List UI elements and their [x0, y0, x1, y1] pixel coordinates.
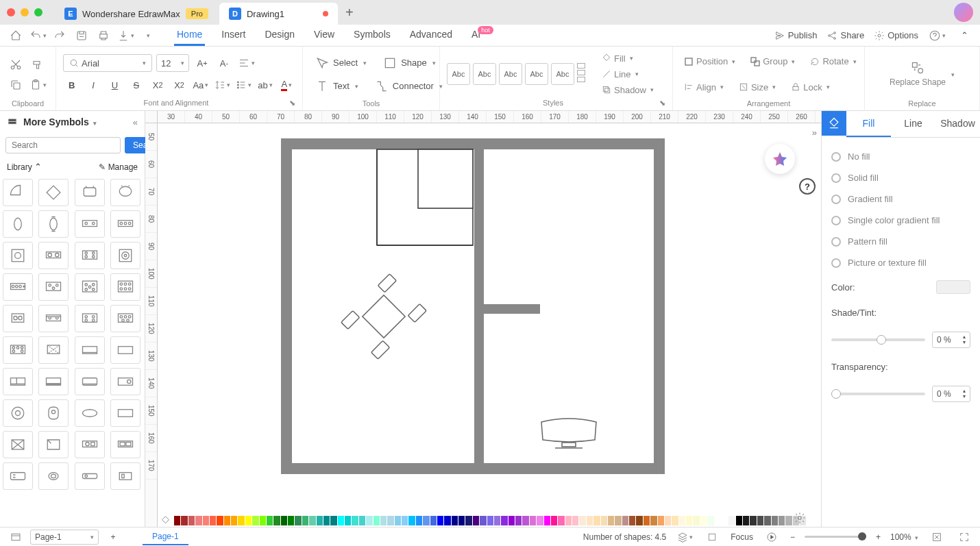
- symbol-item-39[interactable]: [110, 462, 140, 490]
- format-painter-icon[interactable]: [29, 55, 47, 73]
- color-chip[interactable]: [480, 516, 486, 525]
- text-transform-icon[interactable]: ab▾: [256, 76, 273, 94]
- gray-chip[interactable]: [772, 516, 778, 525]
- transparency-value[interactable]: 0 %▴▾: [932, 386, 970, 402]
- color-chip[interactable]: [509, 516, 515, 525]
- style-preset-1[interactable]: Abc: [447, 63, 470, 85]
- layers-icon[interactable]: ▾: [676, 528, 694, 546]
- symbol-item-37[interactable]: [38, 462, 69, 490]
- symbol-item-22[interactable]: [75, 336, 105, 364]
- menu-ai[interactable]: AIhot: [469, 25, 496, 46]
- italic-icon[interactable]: I: [84, 76, 101, 94]
- symbol-item-28[interactable]: [3, 399, 33, 427]
- symbol-item-18[interactable]: [75, 305, 105, 332]
- style-preset-3[interactable]: Abc: [499, 63, 522, 85]
- symbol-item-29[interactable]: [38, 399, 69, 427]
- fill-panel-icon[interactable]: [822, 111, 846, 136]
- color-chip[interactable]: [267, 516, 273, 525]
- color-chip[interactable]: [465, 516, 471, 525]
- symbol-item-4[interactable]: [3, 210, 33, 238]
- strikethrough-icon[interactable]: S: [127, 76, 145, 94]
- symbol-item-32[interactable]: [3, 431, 33, 458]
- color-chip[interactable]: [679, 516, 685, 525]
- shape-tool[interactable]: Shape▾: [378, 53, 441, 73]
- color-chip[interactable]: [608, 516, 614, 525]
- canvas-settings-icon[interactable]: [792, 510, 807, 525]
- zoom-in-icon[interactable]: +: [876, 532, 881, 542]
- color-chip[interactable]: [295, 516, 301, 525]
- add-page-icon[interactable]: +: [104, 528, 122, 546]
- options-button[interactable]: Options: [874, 30, 918, 41]
- symbol-item-14[interactable]: [75, 273, 105, 301]
- fill-option-gradient[interactable]: Gradient fill: [831, 188, 970, 210]
- gray-chip[interactable]: [764, 516, 770, 525]
- subscript-icon[interactable]: X2: [171, 76, 188, 94]
- color-chip[interactable]: [700, 516, 707, 525]
- increase-font-icon[interactable]: A+: [193, 54, 211, 72]
- color-picker[interactable]: [936, 280, 970, 294]
- color-chip[interactable]: [693, 516, 699, 525]
- color-chip[interactable]: [345, 516, 351, 525]
- color-chip[interactable]: [658, 516, 664, 525]
- connector-tool[interactable]: Connector▾: [369, 77, 448, 96]
- color-chip[interactable]: [323, 516, 330, 525]
- fill-option-pattern[interactable]: Pattern fill: [831, 231, 970, 252]
- symbol-item-10[interactable]: [75, 242, 105, 269]
- zoom-out-icon[interactable]: −: [790, 532, 795, 542]
- symbol-item-24[interactable]: [3, 368, 33, 395]
- color-chip[interactable]: [579, 516, 585, 525]
- canvas-help-icon[interactable]: ?: [799, 178, 816, 195]
- replace-shape-button[interactable]: Replace Shape: [890, 77, 946, 87]
- symbol-item-9[interactable]: [38, 242, 69, 269]
- symbol-item-31[interactable]: [110, 399, 140, 427]
- color-chip[interactable]: [395, 516, 401, 525]
- color-chip[interactable]: [330, 516, 336, 525]
- symbol-item-5[interactable]: [38, 210, 69, 238]
- symbol-item-26[interactable]: [75, 368, 105, 395]
- menu-symbols[interactable]: Symbols: [351, 25, 393, 46]
- color-chip[interactable]: [558, 516, 564, 525]
- style-preset-5[interactable]: Abc: [551, 63, 574, 85]
- size-button[interactable]: Size▾: [735, 81, 780, 94]
- zoom-level[interactable]: 100% ▾: [890, 532, 918, 542]
- color-chip[interactable]: [544, 516, 550, 525]
- publish-button[interactable]: Publish: [774, 30, 818, 41]
- line-spacing-icon[interactable]: ▾: [214, 76, 231, 94]
- symbol-item-12[interactable]: [3, 273, 33, 301]
- color-chip[interactable]: [452, 516, 458, 525]
- home-icon[interactable]: [7, 27, 25, 45]
- bullets-icon[interactable]: ▾: [235, 76, 252, 94]
- color-chip[interactable]: [593, 516, 600, 525]
- symbol-item-27[interactable]: [110, 368, 140, 395]
- symbol-item-19[interactable]: [110, 305, 140, 332]
- symbol-item-21[interactable]: [38, 336, 69, 364]
- color-chip[interactable]: [281, 516, 287, 525]
- shadow-button[interactable]: Shadow▾: [598, 84, 658, 97]
- menu-view[interactable]: View: [311, 25, 337, 46]
- save-icon[interactable]: [73, 27, 90, 45]
- color-chip[interactable]: [373, 516, 380, 525]
- tab-fill[interactable]: Fill: [846, 111, 891, 137]
- undo-icon[interactable]: ▾: [29, 27, 47, 45]
- copy-icon[interactable]: [7, 76, 25, 94]
- gray-chip[interactable]: [736, 516, 742, 525]
- menu-design[interactable]: Design: [262, 25, 297, 46]
- symbol-item-30[interactable]: [75, 399, 105, 427]
- color-chip[interactable]: [629, 516, 635, 525]
- color-chip[interactable]: [494, 516, 500, 525]
- symbol-item-25[interactable]: [38, 368, 69, 395]
- color-chip[interactable]: [473, 516, 479, 525]
- color-chip[interactable]: [650, 516, 657, 525]
- more-symbols-title[interactable]: More Symbols ▾: [23, 116, 127, 127]
- color-chip[interactable]: [537, 516, 543, 525]
- color-chip[interactable]: [181, 516, 187, 525]
- style-expand[interactable]: [577, 77, 585, 82]
- superscript-icon[interactable]: X2: [149, 76, 166, 94]
- color-chip[interactable]: [195, 516, 201, 525]
- symbol-item-17[interactable]: [38, 305, 69, 332]
- color-chip[interactable]: [238, 516, 244, 525]
- color-chip[interactable]: [430, 516, 437, 525]
- color-chip[interactable]: [366, 516, 372, 525]
- color-chip[interactable]: [615, 516, 621, 525]
- lock-button[interactable]: Lock▾: [787, 81, 833, 94]
